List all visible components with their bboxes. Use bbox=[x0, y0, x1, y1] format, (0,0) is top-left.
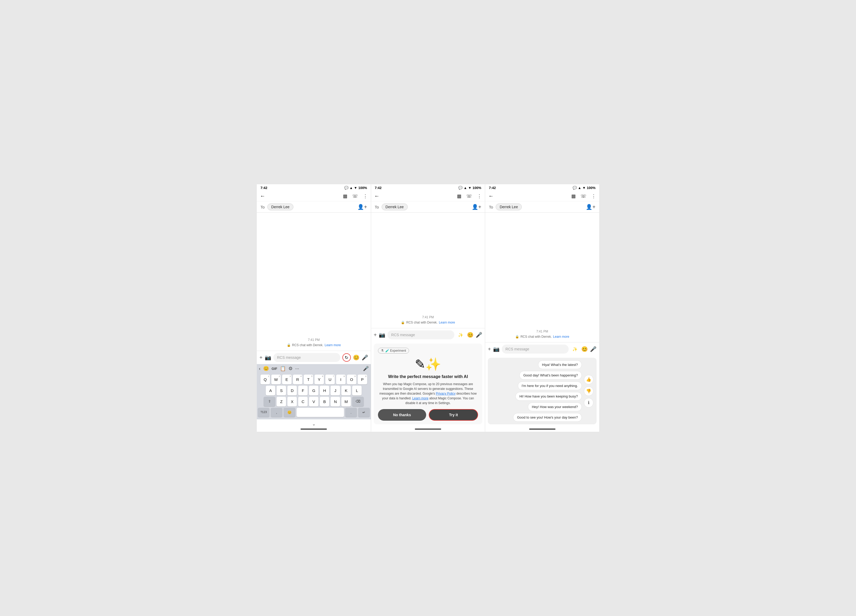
key-shift[interactable]: ⇧ bbox=[264, 397, 275, 407]
phone-icon-3[interactable]: ☏ bbox=[580, 193, 587, 199]
more-options-icon-1[interactable]: ⋮ bbox=[363, 193, 368, 199]
add-icon-2[interactable]: + bbox=[374, 332, 377, 338]
add-icon-3[interactable]: + bbox=[488, 346, 491, 352]
message-input-2[interactable]: RCS message bbox=[388, 330, 454, 339]
emoji-key-icon[interactable]: 😊 bbox=[263, 366, 269, 372]
key-r[interactable]: R4 bbox=[293, 375, 302, 384]
contact-chip-2[interactable]: Derrek Lee bbox=[382, 203, 408, 210]
key-z[interactable]: Z bbox=[277, 397, 286, 407]
key-v[interactable]: V bbox=[309, 397, 319, 407]
magic-compose-button-3[interactable]: ✨ bbox=[571, 345, 579, 353]
key-a[interactable]: A bbox=[266, 386, 275, 395]
keyboard-back-icon[interactable]: ‹ bbox=[259, 366, 260, 372]
key-b[interactable]: B bbox=[320, 397, 329, 407]
emoji-icon-2[interactable]: 😊 bbox=[467, 332, 474, 338]
add-person-icon-1[interactable]: 👤+ bbox=[357, 204, 367, 210]
suggestion-chip-4[interactable]: Hi! How have you been keeping busy? bbox=[516, 392, 582, 401]
attachment-icon-1[interactable]: 📷 bbox=[265, 354, 271, 361]
key-s[interactable]: S bbox=[277, 386, 286, 395]
message-input-1[interactable]: RCS message bbox=[273, 353, 340, 362]
suggestion-chip-6[interactable]: Good to see you! How's your day been? bbox=[513, 413, 582, 422]
contact-chip-1[interactable]: Derrek Lee bbox=[267, 203, 293, 210]
key-symbols[interactable]: ?123 bbox=[258, 408, 269, 417]
back-button-1[interactable]: ← bbox=[260, 193, 265, 199]
key-g[interactable]: G bbox=[309, 386, 319, 395]
key-w[interactable]: W2 bbox=[271, 375, 281, 384]
add-person-icon-3[interactable]: 👤+ bbox=[586, 204, 596, 210]
suggestion-chip-1[interactable]: Hiya! What's the latest? bbox=[538, 360, 582, 369]
lock-icon-1: 🔒 bbox=[287, 343, 291, 347]
keyboard-row-2: A S D F G H J K L bbox=[258, 386, 370, 395]
key-o[interactable]: O9 bbox=[347, 375, 356, 384]
no-thanks-button[interactable]: No thanks bbox=[378, 409, 426, 421]
key-y[interactable]: Y6 bbox=[314, 375, 324, 384]
emoji-icon-1[interactable]: 😊 bbox=[353, 354, 360, 361]
learn-more-link-experiment[interactable]: Learn more bbox=[412, 396, 428, 400]
key-backspace[interactable]: ⌫ bbox=[352, 397, 364, 407]
key-t[interactable]: T5 bbox=[304, 375, 313, 384]
key-x[interactable]: X bbox=[287, 397, 297, 407]
rcs-info-1: 🔒 RCS chat with Derrek. Learn more bbox=[260, 343, 367, 347]
attachment-icon-2[interactable]: 📷 bbox=[379, 332, 385, 338]
key-q[interactable]: Q1 bbox=[260, 375, 270, 384]
phone-icon-1[interactable]: ☏ bbox=[352, 193, 358, 199]
phone-icon-2[interactable]: ☏ bbox=[466, 193, 472, 199]
learn-more-link-3[interactable]: Learn more bbox=[553, 335, 569, 338]
try-it-button[interactable]: Try it bbox=[429, 409, 478, 421]
key-n[interactable]: N bbox=[331, 397, 340, 407]
key-u[interactable]: U7 bbox=[325, 375, 335, 384]
gif-key-icon[interactable]: GIF bbox=[271, 367, 277, 371]
mic-icon-3[interactable]: 🎤 bbox=[590, 346, 597, 352]
key-i[interactable]: I8 bbox=[336, 375, 346, 384]
learn-more-link-1[interactable]: Learn more bbox=[325, 343, 341, 347]
magic-compose-button-1[interactable]: ↻ bbox=[342, 353, 351, 362]
hide-keyboard-btn-1[interactable]: ⌄ bbox=[257, 421, 371, 427]
message-area-2: 7:41 PM 🔒 RCS chat with Derrek. Learn mo… bbox=[371, 213, 485, 328]
screen-1: 7:42 💬 ▲ ▼ 100% ← ▩ ☏ ⋮ To Derrek Lee 👤+ bbox=[257, 184, 371, 432]
contact-chip-3[interactable]: Derrek Lee bbox=[496, 203, 522, 210]
video-call-icon-3[interactable]: ▩ bbox=[571, 193, 576, 199]
key-p[interactable]: P0 bbox=[358, 375, 367, 384]
key-k[interactable]: K bbox=[341, 386, 351, 395]
more-options-icon-3[interactable]: ⋮ bbox=[591, 193, 596, 199]
thumbs-down-button[interactable]: 👎 bbox=[584, 386, 593, 396]
back-button-2[interactable]: ← bbox=[374, 193, 380, 199]
mic-icon-2[interactable]: 🎤 bbox=[476, 332, 482, 338]
key-emoji[interactable]: 😊 bbox=[284, 408, 295, 417]
add-person-icon-2[interactable]: 👤+ bbox=[472, 204, 482, 210]
video-call-icon-2[interactable]: ▩ bbox=[457, 193, 462, 199]
add-icon-1[interactable]: + bbox=[259, 355, 263, 361]
more-options-icon-2[interactable]: ⋮ bbox=[477, 193, 482, 199]
mic-icon-1[interactable]: 🎤 bbox=[362, 354, 368, 361]
key-c[interactable]: C bbox=[298, 397, 308, 407]
key-j[interactable]: J bbox=[331, 386, 340, 395]
suggestion-chip-3[interactable]: I'm here for you if you need anything. bbox=[518, 381, 582, 390]
key-l[interactable]: L bbox=[352, 386, 362, 395]
info-button[interactable]: ℹ bbox=[584, 398, 593, 407]
suggestion-chip-5[interactable]: Hey! How was your weekend? bbox=[528, 402, 582, 411]
more-key-icon[interactable]: ··· bbox=[295, 366, 299, 372]
key-f[interactable]: F bbox=[298, 386, 308, 395]
key-d[interactable]: D bbox=[287, 386, 297, 395]
status-bar-3: 7:42 💬 ▲ ▼ 100% bbox=[485, 184, 599, 191]
key-e[interactable]: E3 bbox=[282, 375, 292, 384]
clipboard-icon[interactable]: 📋 bbox=[280, 366, 286, 372]
thumbs-up-button[interactable]: 👍 bbox=[584, 375, 593, 384]
suggestion-chip-2[interactable]: Good day! What's been happening? bbox=[519, 371, 582, 379]
learn-more-link-2[interactable]: Learn more bbox=[439, 321, 455, 324]
key-space[interactable] bbox=[297, 408, 344, 417]
key-enter[interactable]: ↵ bbox=[358, 408, 370, 417]
magic-compose-button-2[interactable]: ✨ bbox=[456, 331, 465, 339]
key-comma[interactable]: , bbox=[271, 408, 282, 417]
message-input-3[interactable]: RCS message bbox=[502, 345, 569, 353]
attachment-icon-3[interactable]: 📷 bbox=[493, 346, 500, 352]
mic-key-icon[interactable]: 🎤 bbox=[363, 366, 369, 372]
key-period[interactable]: . bbox=[345, 408, 357, 417]
video-call-icon-1[interactable]: ▩ bbox=[343, 193, 347, 199]
emoji-icon-3[interactable]: 😊 bbox=[581, 346, 588, 352]
key-m[interactable]: M bbox=[341, 397, 351, 407]
privacy-policy-link[interactable]: Privacy Policy bbox=[436, 392, 456, 395]
key-h[interactable]: H bbox=[320, 386, 329, 395]
back-button-3[interactable]: ← bbox=[488, 193, 494, 199]
settings-key-icon[interactable]: ⚙ bbox=[288, 366, 293, 372]
